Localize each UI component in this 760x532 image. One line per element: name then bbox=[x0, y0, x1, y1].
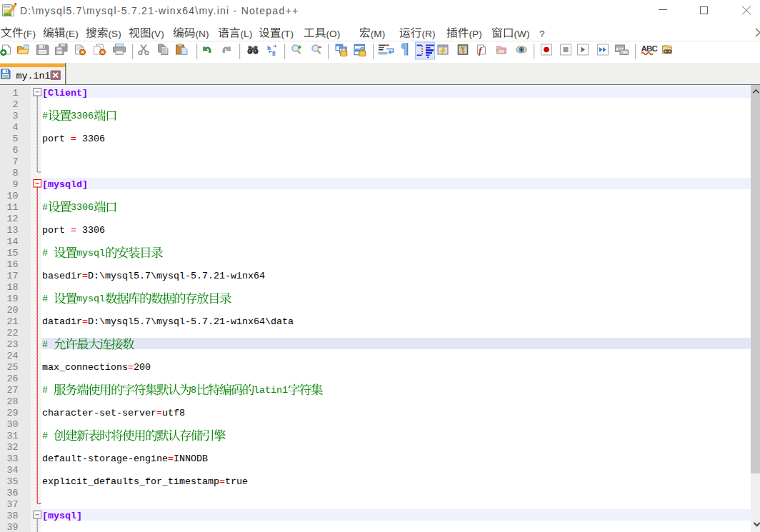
svg-text:36: 36 bbox=[7, 488, 19, 498]
svg-text:(E): (E) bbox=[66, 29, 79, 39]
svg-text:(F): (F) bbox=[24, 29, 36, 39]
svg-text:9: 9 bbox=[13, 179, 19, 190]
svg-text:2: 2 bbox=[13, 99, 19, 110]
svg-text:?: ? bbox=[539, 29, 545, 39]
svg-text:#: # bbox=[42, 339, 54, 350]
svg-text:D:\mysql5.7\mysql-5.7.21-winx6: D:\mysql5.7\mysql-5.7.21-winx64 bbox=[88, 271, 265, 281]
svg-text:basedir: basedir bbox=[42, 271, 82, 281]
svg-text:datadir: datadir bbox=[42, 316, 82, 327]
svg-text:=: = bbox=[219, 476, 225, 487]
svg-text:ABC: ABC bbox=[641, 44, 658, 53]
svg-text:33: 33 bbox=[7, 453, 19, 464]
svg-text:10: 10 bbox=[7, 191, 19, 201]
svg-text:32: 32 bbox=[7, 442, 19, 453]
svg-text:22: 22 bbox=[7, 328, 19, 338]
svg-text:1: 1 bbox=[13, 88, 19, 99]
svg-text:=: = bbox=[71, 225, 76, 236]
svg-text:my.ini: my.ini bbox=[16, 71, 51, 81]
svg-text:#: # bbox=[42, 111, 48, 121]
svg-text:200: 200 bbox=[134, 362, 151, 373]
svg-text:=: = bbox=[71, 134, 76, 144]
svg-text:28: 28 bbox=[7, 396, 19, 407]
svg-text:15: 15 bbox=[7, 248, 19, 259]
svg-text:(N): (N) bbox=[196, 29, 209, 39]
svg-text:5: 5 bbox=[13, 134, 19, 144]
svg-text:18: 18 bbox=[7, 282, 19, 293]
svg-text:6: 6 bbox=[13, 145, 19, 156]
svg-text:D:\mysql5.7\mysql-5.7.21-winx6: D:\mysql5.7\mysql-5.7.21-winx64\data bbox=[88, 316, 294, 327]
svg-text:20: 20 bbox=[7, 305, 19, 316]
svg-text:29: 29 bbox=[7, 408, 19, 418]
svg-text:24: 24 bbox=[7, 351, 19, 361]
svg-text:port: port bbox=[42, 134, 71, 144]
svg-text:[Client]: [Client] bbox=[42, 88, 88, 99]
svg-text:=: = bbox=[156, 408, 162, 418]
svg-text:30: 30 bbox=[7, 419, 19, 430]
svg-text:port: port bbox=[42, 225, 71, 236]
svg-text:3: 3 bbox=[13, 111, 19, 121]
svg-text:34: 34 bbox=[7, 465, 19, 476]
svg-text:(V): (V) bbox=[151, 29, 164, 39]
svg-text:26: 26 bbox=[7, 373, 19, 384]
svg-text:(P): (P) bbox=[469, 29, 482, 39]
svg-text:25: 25 bbox=[7, 362, 19, 373]
svg-text:3306: 3306 bbox=[71, 111, 94, 121]
svg-text:14: 14 bbox=[7, 236, 19, 247]
svg-text:38: 38 bbox=[7, 511, 19, 521]
svg-text:(S): (S) bbox=[109, 29, 121, 39]
svg-text:h: h bbox=[267, 44, 271, 51]
svg-text:3306: 3306 bbox=[76, 134, 105, 144]
svg-text:explicit_defaults_for_timestam: explicit_defaults_for_timestamp bbox=[42, 476, 219, 487]
svg-text:(T): (T) bbox=[281, 29, 294, 39]
svg-text:35: 35 bbox=[7, 476, 19, 487]
svg-text:utf8: utf8 bbox=[162, 408, 185, 418]
svg-text:39: 39 bbox=[7, 522, 19, 532]
svg-text:7: 7 bbox=[13, 156, 19, 167]
svg-text:(R): (R) bbox=[422, 29, 436, 39]
svg-text:=: = bbox=[82, 316, 88, 327]
svg-text:19: 19 bbox=[7, 293, 19, 304]
svg-text:INNODB: INNODB bbox=[174, 453, 208, 464]
svg-text:12: 12 bbox=[7, 214, 19, 224]
svg-text:3306: 3306 bbox=[76, 225, 105, 236]
svg-text:11: 11 bbox=[7, 202, 19, 213]
svg-text:31: 31 bbox=[7, 431, 19, 441]
svg-text:3306: 3306 bbox=[71, 202, 94, 213]
svg-text:#: # bbox=[42, 293, 54, 304]
svg-text:g: g bbox=[272, 49, 276, 56]
svg-text:default-storage-engine: default-storage-engine bbox=[42, 453, 168, 464]
svg-text:#: # bbox=[42, 202, 48, 213]
svg-text:(L): (L) bbox=[241, 29, 253, 39]
svg-text:(O): (O) bbox=[326, 29, 341, 39]
svg-text:21: 21 bbox=[7, 316, 19, 327]
svg-text:true: true bbox=[225, 476, 248, 487]
svg-text:mysql: mysql bbox=[76, 248, 105, 259]
svg-text:=: = bbox=[82, 271, 88, 281]
svg-text:mysql: mysql bbox=[76, 293, 105, 304]
svg-text:#: # bbox=[42, 248, 54, 259]
svg-text:13: 13 bbox=[7, 225, 19, 236]
svg-text:[mysqld]: [mysqld] bbox=[42, 179, 88, 190]
svg-text:#: # bbox=[42, 431, 54, 441]
svg-text:8: 8 bbox=[13, 168, 19, 179]
svg-text:[mysql]: [mysql] bbox=[42, 511, 82, 521]
svg-text:=: = bbox=[168, 453, 174, 464]
svg-text:8: 8 bbox=[191, 385, 196, 396]
svg-text:37: 37 bbox=[7, 499, 19, 510]
svg-text:latin1: latin1 bbox=[254, 385, 288, 396]
svg-text:#: # bbox=[42, 385, 54, 396]
svg-text:=: = bbox=[128, 362, 134, 373]
svg-text:23: 23 bbox=[7, 339, 19, 350]
svg-text:max_connections: max_connections bbox=[42, 362, 128, 373]
svg-text:character-set-server: character-set-server bbox=[42, 408, 156, 418]
svg-text:4: 4 bbox=[13, 122, 19, 133]
svg-text:16: 16 bbox=[7, 259, 19, 270]
svg-text:(M): (M) bbox=[371, 29, 385, 39]
svg-text:27: 27 bbox=[7, 385, 19, 396]
svg-text:(W): (W) bbox=[514, 29, 530, 39]
svg-text:17: 17 bbox=[7, 271, 19, 281]
